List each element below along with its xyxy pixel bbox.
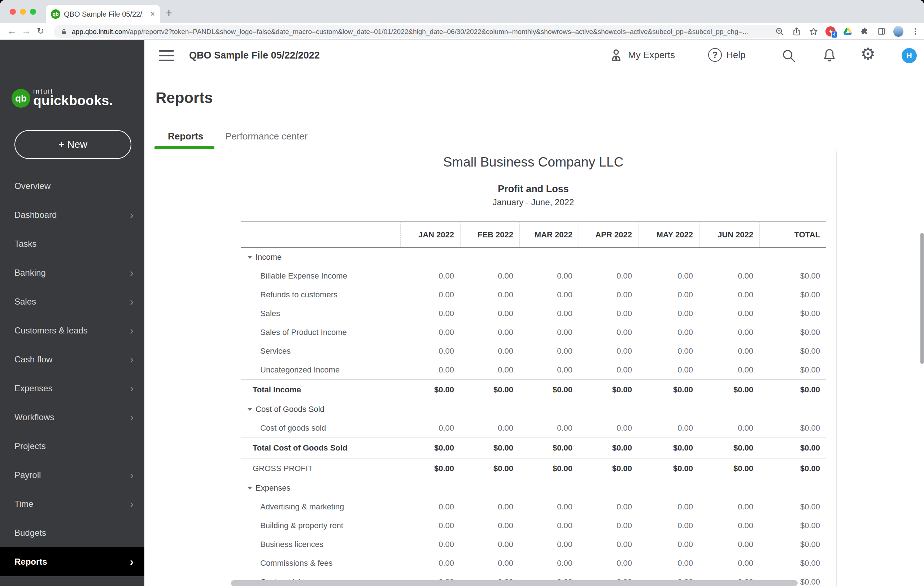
browser-menu-dots-icon[interactable] (910, 26, 921, 36)
amount-cell[interactable]: 0.00 (400, 521, 460, 530)
help-button[interactable]: ? Help (708, 48, 745, 62)
amount-cell[interactable]: 0.00 (460, 271, 520, 281)
share-icon[interactable] (792, 26, 802, 36)
amount-cell[interactable]: 0.00 (638, 540, 699, 549)
amount-cell[interactable]: 0.00 (579, 290, 638, 300)
amount-cell[interactable]: 0.00 (638, 290, 699, 300)
amount-cell[interactable]: 0.00 (579, 328, 638, 337)
amount-cell[interactable]: 0.00 (460, 346, 520, 356)
browser-tab[interactable]: qb QBO Sample File 05/22/2022 - × (46, 5, 160, 23)
search-button[interactable] (781, 48, 797, 64)
amount-cell[interactable]: 0.00 (460, 558, 520, 568)
amount-cell[interactable]: 0.00 (699, 346, 759, 356)
amount-cell[interactable]: 0.00 (579, 346, 638, 356)
sidebar-item-tasks[interactable]: Tasks (0, 229, 144, 258)
amount-cell[interactable]: 0.00 (638, 424, 699, 433)
hamburger-menu-icon[interactable] (159, 50, 174, 61)
tab-reports[interactable]: Reports (168, 131, 203, 142)
sidebar-item-overview[interactable]: Overview (0, 172, 144, 200)
amount-cell[interactable]: 0.00 (638, 271, 699, 281)
amount-cell[interactable]: 0.00 (699, 309, 759, 318)
amount-cell[interactable]: 0.00 (638, 328, 699, 337)
sidebar-item-expenses[interactable]: Expenses› (0, 374, 144, 403)
amount-cell[interactable]: 0.00 (579, 424, 638, 433)
amount-cell[interactable]: $0.00 (759, 309, 826, 318)
amount-cell[interactable]: 0.00 (699, 328, 759, 337)
amount-cell[interactable]: 0.00 (400, 290, 460, 300)
amount-cell[interactable]: 0.00 (520, 309, 579, 318)
sidebar-item-payroll[interactable]: Payroll› (0, 461, 144, 490)
amount-cell[interactable]: 0.00 (638, 346, 699, 356)
amount-cell[interactable]: 0.00 (520, 521, 579, 530)
amount-cell[interactable]: 0.00 (520, 424, 579, 433)
tab-close-icon[interactable]: × (150, 10, 155, 18)
sidebar-item-budgets[interactable]: Budgets (0, 518, 144, 547)
notifications-button[interactable] (822, 47, 837, 63)
amount-cell[interactable]: 0.00 (400, 365, 460, 375)
amount-cell[interactable]: 0.00 (460, 290, 520, 300)
amount-cell[interactable]: 0.00 (579, 502, 638, 512)
new-tab-button[interactable]: + (165, 6, 173, 20)
vertical-scrollbar[interactable] (921, 233, 924, 364)
sidebar-item-time[interactable]: Time› (0, 490, 144, 518)
amount-cell[interactable]: $0.00 (759, 424, 826, 433)
sidebar-item-cash-flow[interactable]: Cash flow› (0, 345, 144, 374)
amount-cell[interactable]: 0.00 (579, 365, 638, 375)
amount-cell[interactable]: 0.00 (699, 558, 759, 568)
sidebar-item-banking[interactable]: Banking› (0, 258, 144, 287)
amount-cell[interactable]: $0.00 (759, 346, 826, 356)
sidebar-item-sales[interactable]: Sales› (0, 287, 144, 316)
settings-button[interactable]: ⚙ (860, 46, 875, 62)
amount-cell[interactable]: 0.00 (520, 290, 579, 300)
reload-icon[interactable]: ↻ (37, 25, 44, 37)
bookmark-star-icon[interactable] (808, 26, 818, 36)
amount-cell[interactable]: 0.00 (520, 558, 579, 568)
amount-cell[interactable]: 0.00 (400, 558, 460, 568)
extensions-puzzle-icon[interactable] (860, 26, 870, 36)
amount-cell[interactable]: 0.00 (400, 540, 460, 549)
sidebar-item-dashboard[interactable]: Dashboard› (0, 200, 144, 229)
amount-cell[interactable]: 0.00 (400, 328, 460, 337)
amount-cell[interactable]: 0.00 (520, 328, 579, 337)
amount-cell[interactable]: 0.00 (460, 328, 520, 337)
minimize-window-button[interactable] (20, 9, 26, 15)
amount-cell[interactable]: 0.00 (400, 346, 460, 356)
amount-cell[interactable]: 0.00 (579, 309, 638, 318)
amount-cell[interactable]: 0.00 (699, 502, 759, 512)
amount-cell[interactable]: 0.00 (638, 365, 699, 375)
zoom-indicator-icon[interactable] (775, 26, 785, 36)
amount-cell[interactable]: 0.00 (520, 502, 579, 512)
amount-cell[interactable]: 0.00 (579, 521, 638, 530)
amount-cell[interactable]: 0.00 (460, 309, 520, 318)
browser-profile-avatar[interactable] (893, 26, 903, 36)
amount-cell[interactable]: 0.00 (460, 502, 520, 512)
sidebar-item-customers-leads[interactable]: Customers & leads› (0, 316, 144, 345)
amount-cell[interactable]: 0.00 (520, 346, 579, 356)
amount-cell[interactable]: 0.00 (638, 309, 699, 318)
back-icon[interactable]: ← (7, 25, 16, 37)
amount-cell[interactable]: 0.00 (638, 521, 699, 530)
extension-red-icon[interactable]: 4 (825, 26, 836, 36)
amount-cell[interactable]: 0.00 (460, 521, 520, 530)
google-drive-icon[interactable] (842, 26, 853, 36)
collapse-triangle-icon[interactable] (247, 487, 252, 490)
amount-cell[interactable]: $0.00 (759, 271, 826, 281)
side-panel-icon[interactable] (876, 26, 886, 36)
amount-cell[interactable]: 0.00 (699, 290, 759, 300)
amount-cell[interactable]: 0.00 (460, 424, 520, 433)
amount-cell[interactable]: 0.00 (699, 424, 759, 433)
amount-cell[interactable]: $0.00 (759, 521, 826, 530)
amount-cell[interactable]: $0.00 (759, 328, 826, 337)
sidebar-item-workflows[interactable]: Workflows› (0, 403, 144, 432)
fullscreen-window-button[interactable] (30, 9, 36, 15)
amount-cell[interactable]: 0.00 (699, 540, 759, 549)
amount-cell[interactable]: $0.00 (759, 502, 826, 512)
amount-cell[interactable]: 0.00 (460, 540, 520, 549)
amount-cell[interactable]: 0.00 (579, 540, 638, 549)
amount-cell[interactable]: 0.00 (520, 540, 579, 549)
amount-cell[interactable]: 0.00 (400, 309, 460, 318)
amount-cell[interactable]: 0.00 (520, 271, 579, 281)
amount-cell[interactable]: $0.00 (759, 290, 826, 300)
user-avatar[interactable]: H (902, 48, 917, 63)
amount-cell[interactable]: 0.00 (520, 365, 579, 375)
